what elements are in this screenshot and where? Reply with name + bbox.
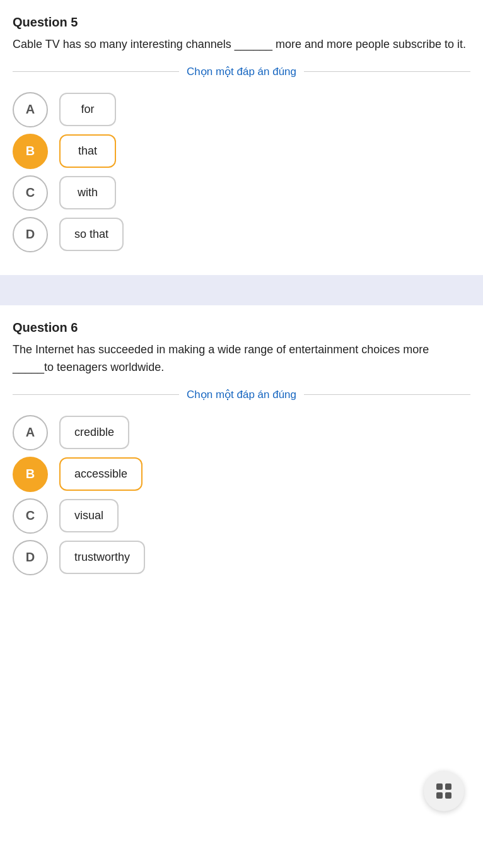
option-6-d-circle: D (13, 540, 48, 575)
option-6-c-circle: C (13, 498, 48, 534)
question-5-title: Question 5 (13, 15, 470, 30)
option-6-d-box: trustworthy (59, 541, 145, 574)
option-5-b[interactable]: B that (13, 134, 470, 169)
option-5-b-circle: B (13, 134, 48, 169)
fab-grid-button[interactable] (424, 771, 464, 811)
option-5-d-circle: D (13, 217, 48, 252)
grid-icon (436, 783, 451, 799)
question-6-block: Question 6 The Internet has succeeded in… (0, 305, 483, 592)
question-6-options: A credible B accessible C visual D trust… (13, 415, 470, 582)
option-5-c-circle: C (13, 175, 48, 211)
question-5-options: A for B that C with D so that (13, 92, 470, 259)
option-5-d-box: so that (59, 218, 124, 251)
option-6-d[interactable]: D trustworthy (13, 540, 470, 575)
option-6-b-circle: B (13, 457, 48, 492)
option-5-d[interactable]: D so that (13, 217, 470, 252)
option-6-a-box: credible (59, 416, 129, 449)
separator (0, 275, 483, 305)
option-5-b-box: that (59, 134, 116, 168)
option-5-c-box: with (59, 176, 116, 209)
question-5-block: Question 5 Cable TV has so many interest… (0, 0, 483, 269)
question-5-instruction: Chọn một đáp án đúng (13, 65, 470, 78)
option-5-a-circle: A (13, 92, 48, 127)
option-6-b[interactable]: B accessible (13, 457, 470, 492)
question-6-text: The Internet has succeeded in making a w… (13, 341, 470, 377)
option-5-a[interactable]: A for (13, 92, 470, 127)
option-6-b-box: accessible (59, 457, 143, 491)
option-6-a[interactable]: A credible (13, 415, 470, 450)
option-6-a-circle: A (13, 415, 48, 450)
option-6-c-box: visual (59, 499, 119, 532)
question-6-instruction: Chọn một đáp án đúng (13, 388, 470, 401)
option-6-c[interactable]: C visual (13, 498, 470, 534)
option-5-a-box: for (59, 93, 116, 126)
question-5-text: Cable TV has so many interesting channel… (13, 36, 470, 54)
question-6-title: Question 6 (13, 320, 470, 335)
option-5-c[interactable]: C with (13, 175, 470, 211)
